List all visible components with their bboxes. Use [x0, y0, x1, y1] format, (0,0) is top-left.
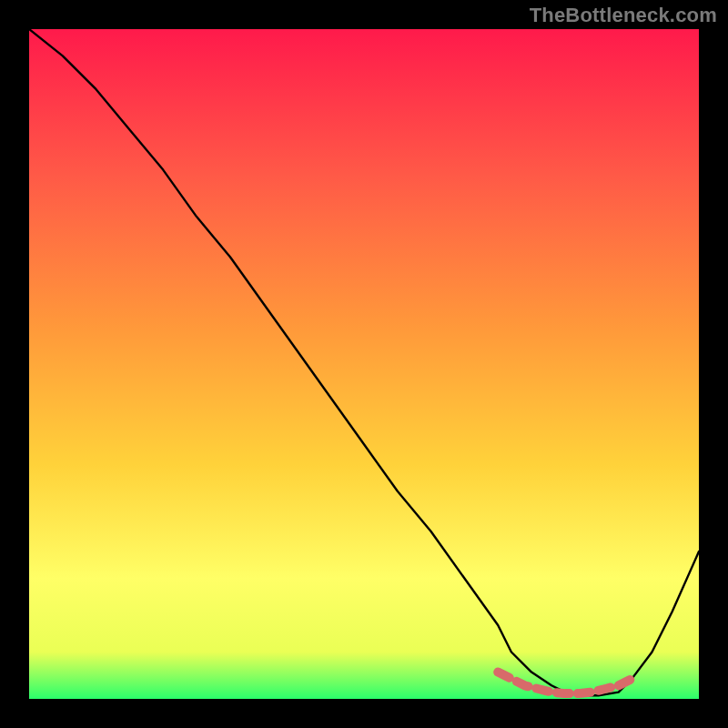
- chart-frame: TheBottleneck.com: [0, 0, 728, 728]
- plot-area: [29, 29, 699, 699]
- chart-svg: [29, 29, 699, 699]
- watermark-text: TheBottleneck.com: [530, 4, 717, 27]
